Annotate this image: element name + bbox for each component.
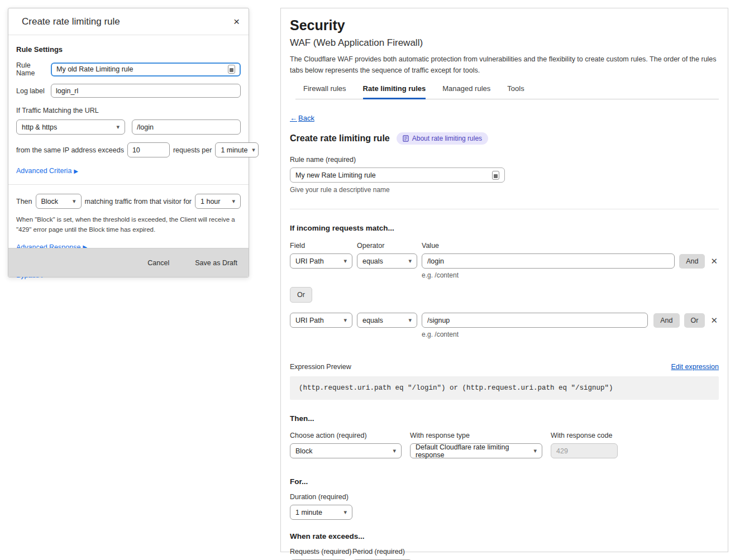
caret-down-icon: ▾: [252, 147, 255, 153]
value-column-label: Value: [422, 242, 439, 250]
field-select[interactable]: URI Path ▾: [290, 253, 352, 269]
caret-down-icon: ▾: [116, 124, 120, 130]
requests-field[interactable]: [127, 142, 170, 157]
threshold-row: from the same IP address exceeds request…: [16, 142, 241, 157]
back-link[interactable]: ← Back: [290, 114, 314, 122]
autofill-icon[interactable]: [492, 171, 499, 180]
requests-input[interactable]: [132, 143, 165, 157]
response-type-value: Default Cloudflare rate limiting respons…: [416, 443, 529, 459]
create-rate-limit-modal: Create rate limiting rule × Rule Setting…: [8, 8, 249, 277]
rule-name-field[interactable]: [51, 63, 241, 76]
threshold-prefix: from the same IP address exceeds: [16, 146, 124, 154]
advanced-criteria-label: Advanced Criteria: [16, 167, 71, 175]
rule-name-row: Rule Name: [16, 61, 241, 77]
response-type-label: With response type: [410, 432, 551, 439]
rate-heading: When rate exceeds...: [290, 532, 719, 540]
response-code-label: With response code: [551, 432, 612, 439]
modal-footer: Cancel Save as Draft: [8, 248, 249, 277]
cancel-button[interactable]: Cancel: [147, 259, 169, 267]
or-button[interactable]: Or: [684, 313, 705, 328]
value-hint: e.g. /content: [422, 331, 719, 338]
url-match-row: http & https ▾: [16, 119, 241, 135]
scheme-select[interactable]: http & https ▾: [16, 119, 125, 135]
match-row-2: URI Path ▾ equals ▾ And Or ✕: [290, 313, 719, 328]
and-button[interactable]: And: [653, 313, 679, 328]
remove-row-icon[interactable]: ✕: [709, 315, 719, 326]
operator-column-label: Operator: [357, 242, 422, 250]
rule-name-field[interactable]: [290, 167, 505, 183]
duration-select-value: 1 hour: [201, 198, 220, 205]
match-row-1: URI Path ▾ equals ▾ And ✕: [290, 253, 719, 269]
save-as-draft-button[interactable]: Save as Draft: [195, 259, 237, 267]
advanced-criteria-row: Advanced Criteria ▶: [16, 165, 241, 175]
choose-action-select[interactable]: Block ▾: [290, 443, 402, 458]
then-middle: matching traffic from that visitor for: [85, 198, 192, 205]
log-label-row: Log label: [16, 84, 241, 98]
then-labels: Choose action (required) With response t…: [290, 432, 719, 439]
operator-select-value: equals: [362, 257, 383, 265]
operator-select[interactable]: equals ▾: [357, 253, 417, 269]
or-button[interactable]: Or: [290, 287, 312, 303]
tab-firewall-rules[interactable]: Firewall rules: [303, 84, 346, 99]
page-description: The Cloudflare WAF provides both automat…: [290, 54, 719, 76]
page-subtitle: WAF (Web Application Firewall): [290, 37, 719, 49]
duration-value: 1 minute: [295, 509, 322, 516]
security-waf-panel: Security WAF (Web Application Firewall) …: [280, 8, 728, 552]
url-field[interactable]: [132, 119, 241, 135]
and-button[interactable]: And: [679, 254, 705, 269]
caret-down-icon: ▾: [393, 448, 396, 454]
then-controls: Block ▾ Default Cloudflare rate limiting…: [290, 443, 719, 458]
close-icon[interactable]: ×: [233, 16, 240, 27]
expression-preview-label: Expression Preview: [290, 363, 351, 371]
divider: [290, 209, 719, 209]
modal-body: Rule Settings Rule Name Log label If Tra…: [8, 35, 249, 280]
value-field[interactable]: [422, 313, 648, 328]
tab-rate-limiting-rules[interactable]: Rate limiting rules: [363, 84, 426, 99]
response-code-field: [551, 443, 618, 458]
duration-label: Duration (required): [290, 493, 719, 501]
about-rate-limiting-badge[interactable]: About rate limiting rules: [397, 132, 488, 145]
caret-down-icon: ▾: [343, 317, 347, 323]
field-select[interactable]: URI Path ▾: [290, 313, 352, 328]
match-heading: If incoming requests match...: [290, 224, 719, 232]
rule-name-input[interactable]: [295, 168, 489, 182]
field-select-value: URI Path: [295, 257, 324, 265]
rule-name-input[interactable]: [56, 64, 225, 75]
response-type-select[interactable]: Default Cloudflare rate limiting respons…: [410, 443, 542, 458]
edit-expression-link[interactable]: Edit expression: [671, 363, 719, 371]
modal-header: Create rate limiting rule ×: [8, 8, 249, 35]
duration-select[interactable]: 1 hour ▾: [195, 194, 241, 209]
expression-preview: (http.request.uri.path eq "/login") or (…: [290, 376, 719, 400]
action-select[interactable]: Block ▾: [36, 194, 82, 209]
form-title: Create rate limiting rule: [290, 133, 390, 143]
divider: [8, 184, 249, 185]
duration-select[interactable]: 1 minute ▾: [290, 505, 352, 520]
url-input[interactable]: [137, 120, 236, 134]
value-input[interactable]: [427, 254, 669, 268]
tab-managed-rules[interactable]: Managed rules: [442, 84, 490, 99]
value-input[interactable]: [427, 313, 642, 327]
remove-row-icon[interactable]: ✕: [709, 256, 719, 266]
log-label-field[interactable]: [51, 84, 241, 98]
document-icon: [403, 135, 409, 142]
period-select[interactable]: 1 minute ▾: [215, 142, 259, 157]
log-label-label: Log label: [16, 87, 51, 95]
block-note: When "Block" is set, when the threshold …: [16, 215, 238, 235]
operator-select[interactable]: equals ▾: [357, 313, 417, 328]
waf-tabs: Firewall rules Rate limiting rules Manag…: [295, 84, 719, 99]
value-field[interactable]: [422, 253, 675, 269]
operator-select-value: equals: [362, 317, 383, 324]
log-label-input[interactable]: [56, 84, 236, 97]
caret-down-icon: ▾: [408, 317, 412, 323]
advanced-criteria-link[interactable]: Advanced Criteria ▶: [16, 167, 78, 175]
rate-labels: Requests (required) Period (required): [290, 548, 719, 556]
requests-label: Requests (required): [290, 548, 352, 556]
period-select-value: 1 minute: [221, 146, 247, 154]
tab-tools[interactable]: Tools: [507, 84, 524, 99]
scheme-select-value: http & https: [22, 123, 57, 131]
rule-name-label: Rule name (required): [290, 156, 719, 164]
autofill-icon[interactable]: [228, 65, 235, 74]
rule-settings-heading: Rule Settings: [16, 45, 241, 54]
caret-down-icon: ▾: [408, 258, 412, 264]
choose-action-value: Block: [295, 447, 313, 455]
